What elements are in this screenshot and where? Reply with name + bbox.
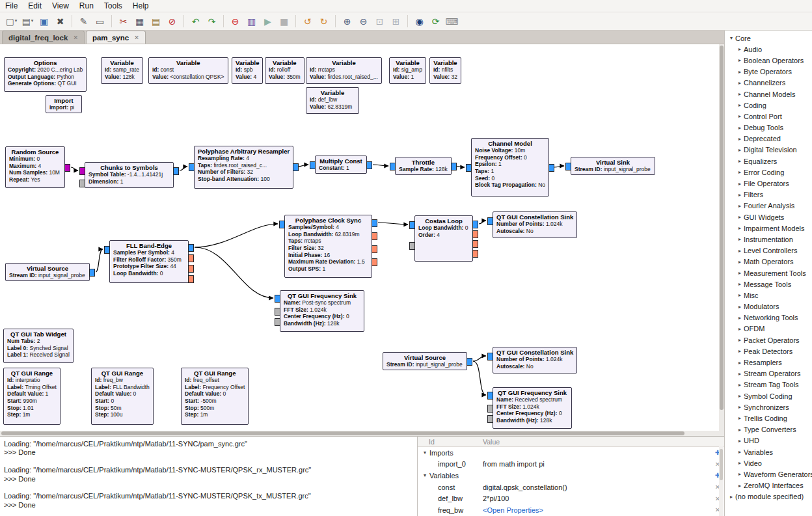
complex-port[interactable] [487,392,493,400]
tree-item-packet-operators[interactable]: ▸Packet Operators [725,334,812,346]
wire-chunks-to-symbols-to-polyphase-arbitrary-resampler[interactable] [180,167,187,170]
chevron-down-icon[interactable]: ▾ [418,472,429,478]
block-qtgui-tab-widget[interactable]: QT GUI Tab WidgetNum Tabs: 2Label 0: Syn… [3,329,74,363]
block-costas-loop[interactable]: Costas LoopLoop Bandwidth: 0Order: 4 [414,215,473,262]
execute-button[interactable]: ▶ [260,14,275,29]
chevron-right-icon[interactable]: ▸ [736,404,744,410]
block-qtgui-constellation-sink-2[interactable]: QT GUI Constellation SinkNumber of Point… [493,347,577,373]
block-throttle[interactable]: ThrottleSample Rate: 128k [395,157,452,175]
menu-tools[interactable]: Tools [99,1,128,11]
chevron-right-icon[interactable]: ▸ [736,192,744,198]
var-row-freq-bw[interactable]: freq_bw<Open Properties>✕ [418,504,724,516]
tree-item-instrumentation[interactable]: ▸Instrumentation [725,234,812,245]
var-group-imports[interactable]: ▾Imports✚ [418,447,724,459]
float-port[interactable] [372,232,377,240]
complex-port[interactable] [409,221,415,229]
flowgraph-canvas[interactable]: OptionsCopyright: 2020 C...ering LabOutp… [0,44,724,436]
complex-port[interactable] [189,163,195,171]
block-polyphase-clock-sync[interactable]: Polyphase Clock SyncSamples/Symbol: 4Loo… [284,215,372,278]
save-button[interactable]: ▣ [36,14,51,29]
tree-item-uhd[interactable]: ▸UHD [725,435,812,446]
var-group-variables[interactable]: ▾Variables✚ [418,470,724,482]
chevron-right-icon[interactable]: ▸ [736,69,744,75]
tree-item-stream-operators[interactable]: ▸Stream Operators [725,368,812,379]
chevron-down-icon[interactable]: ▾ [418,450,429,455]
block-variable-sig-amp[interactable]: VariableId: sig_ampValue: 1 [389,57,426,84]
float-port[interactable] [188,275,194,283]
complex-port[interactable] [565,163,571,170]
var-row-import-0[interactable]: import_0from math import pi✕ [418,459,724,470]
flowgraph-properties-button[interactable]: ▭ [92,14,107,29]
float-port[interactable] [188,265,194,273]
wire-virtual-source-2-to-qtgui-frequency-sink-2[interactable] [473,361,486,395]
float-port[interactable] [472,230,478,238]
complex-port[interactable] [472,221,478,228]
complex-port[interactable] [188,244,194,252]
keyboard-shortcuts-button[interactable]: ⌨ [444,14,459,29]
tree-item-control-port[interactable]: ▸Control Port [725,111,812,122]
chevron-right-icon[interactable]: ▸ [736,214,744,220]
block-channel-model[interactable]: Channel ModelNoise Voltage: 10mFrequency… [471,138,549,197]
tree-item-coding[interactable]: ▸Coding [725,100,812,111]
complex-port[interactable] [366,161,372,169]
tab-digital-freq-lock[interactable]: digital_freq_lock✕ [2,31,85,44]
copy-button[interactable]: ▦ [132,14,147,29]
tree-item-message-tools[interactable]: ▸Message Tools [725,278,812,290]
float-port[interactable] [472,240,478,248]
chevron-right-icon[interactable]: ▸ [736,270,744,276]
tree-item-peak-detectors[interactable]: ▸Peak Detectors [725,346,812,357]
chevron-right-icon[interactable]: ▸ [736,203,744,209]
wire-multiply-const-to-throttle[interactable] [373,165,388,166]
tree-item-ofdm[interactable]: ▸OFDM [725,323,812,334]
block-variable-rrctaps[interactable]: VariableId: rrctapsValue: firdes.root_ra… [306,57,382,84]
var-row-const[interactable]: constdigital.qpsk_constellation()✕ [418,482,724,493]
cut-button[interactable]: ✂ [116,14,131,29]
chevron-right-icon[interactable]: ▸ [736,125,744,131]
chevron-right-icon[interactable]: ▸ [736,225,744,231]
chevron-right-icon[interactable]: ▸ [736,158,744,164]
msg-port[interactable] [79,180,85,187]
tree-item-channelizers[interactable]: ▸Channelizers [725,77,812,88]
chevron-right-icon[interactable]: ▸ [736,80,744,86]
paste-button[interactable]: ▤ [148,14,163,29]
var-scroll-thumb[interactable] [720,449,723,480]
menu-run[interactable]: Run [74,1,99,11]
tree-item-equalizers[interactable]: ▸Equalizers [725,156,812,167]
menu-file[interactable]: File [0,1,23,11]
chevron-right-icon[interactable]: ▸ [736,415,744,421]
block-virtual-source[interactable]: Virtual SourceStream ID: input_signal_pr… [5,263,90,281]
variable-editor-scrollbar[interactable] [719,446,724,516]
tree-item-boolean-operators[interactable]: ▸Boolean Operators [725,55,812,66]
close-button[interactable]: ✖ [53,14,68,29]
tree-item-filters[interactable]: ▸Filters [725,189,812,200]
chevron-right-icon[interactable]: ▸ [736,348,744,354]
wire-channel-model-to-virtual-sink[interactable] [554,166,564,167]
wire-polyphase-clock-sync-to-costas-loop[interactable] [378,223,408,224]
chevron-right-icon[interactable]: ▸ [736,371,744,377]
tree-item-video[interactable]: ▸Video [725,457,812,468]
menu-view[interactable]: View [47,1,74,11]
chevron-right-icon[interactable]: ▸ [727,494,735,500]
wire-fll-band-edge-to-polyphase-clock-sync[interactable] [195,224,278,247]
canvas-hscrollbar[interactable] [0,431,719,436]
block-chunks-to-symbols[interactable]: Chunks to SymbolsSymbol Table: -1.4...1.… [85,162,174,188]
tree-item-audio[interactable]: ▸Audio [725,44,812,55]
complex-port[interactable] [467,358,472,366]
wire-random-source-to-chunks-to-symbols[interactable] [71,167,78,170]
generate-button[interactable]: ▥ [244,14,259,29]
tree-item-digital-television[interactable]: ▸Digital Television [725,144,812,156]
tree-item-type-converters[interactable]: ▸Type Converters [725,424,812,435]
tree-item-networking-tools[interactable]: ▸Networking Tools [725,312,812,323]
new-flowgraph-button[interactable]: ▢▾ [4,14,19,29]
float-port[interactable] [372,258,377,266]
dropdown-caret-icon[interactable]: ▾ [15,19,18,23]
chevron-right-icon[interactable]: ▸ [736,449,744,455]
chevron-right-icon[interactable]: ▸ [736,169,744,175]
chevron-right-icon[interactable]: ▸ [736,113,744,119]
block-qtgui-range-interpratio[interactable]: QT GUI RangeId: interpratioLabel: Tming … [3,368,61,425]
canvas-vscrollbar[interactable] [719,44,724,436]
tree-item-byte-operators[interactable]: ▸Byte Operators [725,66,812,77]
msg-port[interactable] [487,405,493,413]
zoom-fit-button[interactable]: ⊡ [372,14,387,29]
tree-item-core[interactable]: ▾Core [725,33,812,44]
